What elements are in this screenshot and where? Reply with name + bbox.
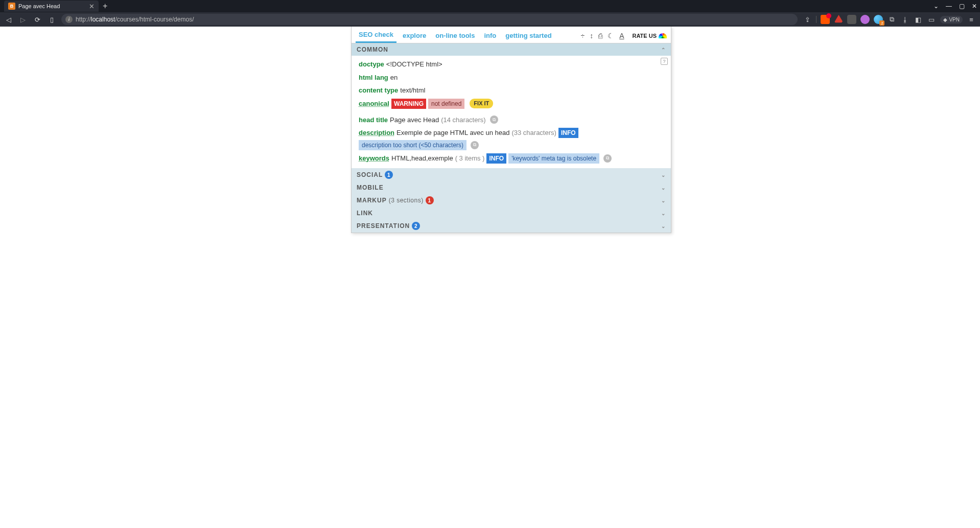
moon-icon[interactable]: ☾ bbox=[608, 32, 614, 40]
row-keywords: keywords HTML,head,exemple ( 3 items ) I… bbox=[359, 152, 667, 165]
browser-tab[interactable]: B Page avec Head ✕ bbox=[4, 1, 99, 12]
close-window-button[interactable]: ✕ bbox=[972, 3, 977, 10]
fixit-button[interactable]: FIX IT bbox=[470, 99, 493, 108]
row-htmllang: html lang en bbox=[359, 71, 667, 84]
tab-explore[interactable]: explore bbox=[400, 30, 429, 42]
tab-title: Page avec Head bbox=[18, 3, 86, 9]
tab-info[interactable]: info bbox=[481, 30, 499, 42]
new-tab-button[interactable]: + bbox=[103, 2, 107, 11]
seo-extension-icon[interactable]: 2 bbox=[874, 15, 883, 24]
doctype-val: <!DOCTYPE html> bbox=[386, 59, 442, 70]
url-bar[interactable]: i http://localhost/courses/html-course/d… bbox=[61, 14, 798, 25]
section-link-header[interactable]: LINK ⌄ bbox=[352, 207, 671, 219]
section-mobile-header[interactable]: MOBILE ⌄ bbox=[352, 181, 671, 194]
headtitle-val: Page avec Head bbox=[390, 115, 439, 125]
wallet-icon[interactable]: ▭ bbox=[927, 15, 936, 24]
url-host: localhost bbox=[91, 16, 115, 23]
section-markup-title: MARKUP bbox=[357, 197, 387, 204]
not-defined-badge: not defined bbox=[428, 99, 464, 109]
window-controls: ⌄ — ▢ ✕ bbox=[934, 3, 980, 10]
section-common-body: ? doctype <!DOCTYPE html> html lang en c… bbox=[352, 56, 671, 168]
bookmark-icon[interactable]: ▯ bbox=[47, 16, 56, 24]
print-icon[interactable]: ⎙ bbox=[598, 32, 602, 40]
keywords-items: ( 3 items ) bbox=[455, 153, 485, 164]
vpn-label: VPN bbox=[949, 17, 960, 22]
keywords-key[interactable]: keywords bbox=[359, 153, 389, 164]
section-common-title: COMMON bbox=[357, 46, 388, 53]
url-path: /courses/html-course/demos/ bbox=[115, 16, 194, 23]
tab-seo-check[interactable]: SEO check bbox=[356, 29, 396, 43]
chevron-down-icon: ⌄ bbox=[661, 223, 666, 229]
rainbow-icon bbox=[659, 33, 667, 38]
rate-us-label: RATE US bbox=[633, 33, 657, 39]
info-badge: INFO bbox=[486, 153, 506, 164]
extension-icon-purple[interactable] bbox=[860, 15, 870, 24]
tab-start[interactable]: getting started bbox=[502, 30, 554, 42]
brave-shield-icon[interactable] bbox=[821, 15, 830, 24]
markup-sub: (3 sections) bbox=[389, 197, 424, 204]
canonical-key[interactable]: canonical bbox=[359, 99, 389, 109]
section-social-title: SOCIAL bbox=[357, 171, 383, 178]
tab-bar: B Page avec Head ✕ + ⌄ — ▢ ✕ bbox=[0, 0, 980, 12]
forward-button[interactable]: ▷ bbox=[18, 16, 28, 24]
copy-icon[interactable]: ⧉ bbox=[490, 116, 498, 124]
maximize-button[interactable]: ▢ bbox=[959, 3, 965, 10]
keywords-msg: 'keywords' meta tag is obsolete bbox=[508, 153, 599, 164]
tab-tools[interactable]: on-line tools bbox=[432, 30, 478, 42]
share-icon[interactable]: ⇪ bbox=[803, 15, 812, 24]
copy-icon[interactable]: ⧉ bbox=[471, 141, 479, 149]
headtitle-key: head title bbox=[359, 115, 388, 125]
warning-badge: WARNING bbox=[391, 99, 426, 109]
site-info-icon[interactable]: i bbox=[65, 16, 73, 23]
description-chars: (33 characters) bbox=[511, 128, 556, 138]
brave-rewards-icon[interactable] bbox=[834, 15, 843, 24]
copy-icon[interactable]: ⧉ bbox=[603, 154, 612, 163]
back-button[interactable]: ◁ bbox=[4, 16, 13, 24]
info-badge: INFO bbox=[558, 128, 578, 138]
row-headtitle: head title Page avec Head (14 characters… bbox=[359, 113, 667, 127]
section-markup-header[interactable]: MARKUP (3 sections) 1 ⌄ bbox=[352, 194, 671, 207]
row-canonical: canonical WARNING not defined FIX IT bbox=[359, 97, 667, 110]
favicon-icon: B bbox=[8, 3, 15, 10]
social-count-badge: 1 bbox=[385, 171, 393, 179]
headtitle-chars: (14 characters) bbox=[441, 115, 485, 125]
rate-us-button[interactable]: RATE US bbox=[633, 33, 667, 39]
divider bbox=[816, 16, 816, 23]
download-icon[interactable]: ⭳ bbox=[900, 15, 909, 24]
chevron-up-icon: ⌃ bbox=[661, 47, 666, 53]
seo-tab-icons: ÷ ↕ ⎙ ☾ A RATE US bbox=[581, 32, 667, 40]
section-presentation-title: PRESENTATION bbox=[357, 222, 410, 229]
menu-button[interactable]: ≡ bbox=[967, 15, 976, 24]
arrow-up-icon[interactable]: ↕ bbox=[590, 32, 593, 40]
reload-button[interactable]: ⟳ bbox=[33, 16, 42, 24]
chevron-down-icon: ⌄ bbox=[661, 185, 666, 191]
row-description: description Exemple de page HTML avec un… bbox=[359, 126, 667, 152]
minimize-button[interactable]: — bbox=[946, 3, 952, 10]
seo-panel: SEO check explore on-line tools info get… bbox=[351, 27, 671, 233]
badge-count: 2 bbox=[879, 20, 884, 26]
htmllang-key: html lang bbox=[359, 73, 388, 83]
contenttype-val: text/html bbox=[400, 85, 425, 96]
browser-chrome: B Page avec Head ✕ + ⌄ — ▢ ✕ ◁ ▷ ⟳ ▯ i h… bbox=[0, 0, 980, 27]
description-key[interactable]: description bbox=[359, 128, 394, 138]
extensions-icon[interactable]: ⧉ bbox=[887, 15, 896, 24]
chevron-down-icon: ⌄ bbox=[661, 198, 666, 203]
doctype-key: doctype bbox=[359, 59, 384, 70]
keywords-val: HTML,head,exemple bbox=[391, 153, 453, 164]
vpn-button[interactable]: ◆ VPN bbox=[940, 16, 963, 24]
chevron-down-icon[interactable]: ⌄ bbox=[934, 3, 939, 10]
help-icon[interactable]: ? bbox=[661, 58, 668, 65]
presentation-count-badge: 2 bbox=[412, 222, 420, 230]
sidebar-icon[interactable]: ◧ bbox=[914, 15, 923, 24]
seo-tabs: SEO check explore on-line tools info get… bbox=[352, 27, 671, 43]
divide-icon[interactable]: ÷ bbox=[581, 32, 585, 40]
markup-count-badge: 1 bbox=[426, 196, 434, 204]
extension-icon[interactable] bbox=[847, 15, 856, 24]
font-icon[interactable]: A bbox=[619, 32, 624, 40]
section-presentation-header[interactable]: PRESENTATION 2 ⌄ bbox=[352, 219, 671, 233]
contenttype-key: content type bbox=[359, 85, 398, 96]
section-social-header[interactable]: SOCIAL 1 ⌄ bbox=[352, 168, 671, 181]
close-icon[interactable]: ✕ bbox=[89, 3, 95, 10]
url-scheme: http:// bbox=[76, 16, 91, 23]
section-common-header[interactable]: COMMON ⌃ bbox=[352, 43, 671, 56]
